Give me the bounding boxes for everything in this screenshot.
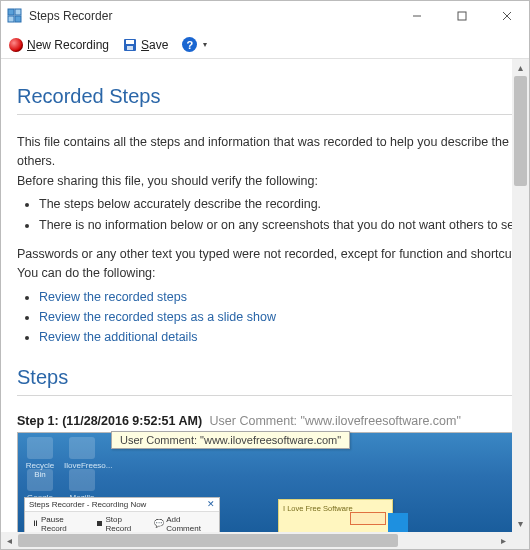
app-icon xyxy=(7,8,23,24)
content-viewport: Recorded Steps This file contains all th… xyxy=(1,59,529,532)
window-title: Steps Recorder xyxy=(29,9,394,23)
intro-line4: You can do the following: xyxy=(17,264,529,283)
svg-rect-1 xyxy=(15,9,21,15)
vertical-scrollbar[interactable]: ▴ ▾ xyxy=(512,59,529,532)
blue-tile xyxy=(388,513,408,532)
link-review-details[interactable]: Review the additional details xyxy=(39,330,197,344)
save-label: Save xyxy=(141,38,168,52)
svg-rect-5 xyxy=(458,12,466,20)
stop-record-button: ⏹ Stop Record xyxy=(96,515,147,532)
svg-rect-3 xyxy=(15,16,21,22)
intro-line1: This file contains all the steps and inf… xyxy=(17,133,529,172)
intro-line2: Before sharing this file, you should ver… xyxy=(17,172,529,191)
scroll-thumb[interactable] xyxy=(18,534,398,547)
intro-bullets: The steps below accurately describe the … xyxy=(39,195,529,235)
intro-bullet: The steps below accurately describe the … xyxy=(39,195,529,214)
scroll-right-arrow[interactable]: ▸ xyxy=(495,532,512,549)
list-item: Review the recorded steps as a slide sho… xyxy=(39,308,529,327)
divider xyxy=(17,114,529,115)
scroll-left-arrow[interactable]: ◂ xyxy=(1,532,18,549)
scroll-thumb[interactable] xyxy=(514,76,527,186)
step1-timestamp: (11/28/2016 9:52:51 AM) xyxy=(62,414,202,428)
intro-bullet: There is no information below or on any … xyxy=(39,216,529,235)
intro-links: Review the recorded steps Review the rec… xyxy=(39,288,529,348)
help-icon: ? xyxy=(182,37,197,52)
divider xyxy=(17,395,529,396)
scroll-corner xyxy=(512,532,529,549)
tooltip-user-comment: User Comment: "www.ilovefreesoftware.com… xyxy=(111,431,350,449)
scroll-down-arrow[interactable]: ▾ xyxy=(512,515,529,532)
minimize-button[interactable] xyxy=(394,1,439,31)
list-item: Review the recorded steps xyxy=(39,288,529,307)
svg-rect-10 xyxy=(127,46,133,50)
step1-usercomment-label: User Comment: xyxy=(210,414,298,428)
heading-steps: Steps xyxy=(17,366,529,389)
close-icon: ✕ xyxy=(207,499,215,509)
selection-highlight xyxy=(350,512,386,525)
save-icon xyxy=(123,38,137,52)
help-button[interactable]: ? ▾ xyxy=(182,37,207,52)
svg-rect-0 xyxy=(8,9,14,15)
add-comment-button: 💬 Add Comment xyxy=(154,515,213,532)
desktop-icon: IloveFreeso... xyxy=(64,437,100,470)
new-recording-button[interactable]: New Recording xyxy=(9,38,109,52)
step1-label: Step 1: xyxy=(17,414,59,428)
maximize-button[interactable] xyxy=(439,1,484,31)
new-recording-label: New Recording xyxy=(27,38,109,52)
pause-record-button: ⏸ Pause Record xyxy=(31,515,88,532)
list-item: Review the additional details xyxy=(39,328,529,347)
document-body: Recorded Steps This file contains all th… xyxy=(1,59,529,532)
scroll-track[interactable] xyxy=(18,532,495,549)
scroll-up-arrow[interactable]: ▴ xyxy=(512,59,529,76)
close-button[interactable] xyxy=(484,1,529,31)
svg-rect-2 xyxy=(8,16,14,22)
recorder-window-title: Steps Recorder - Recording Now xyxy=(29,500,146,509)
window-controls xyxy=(394,1,529,31)
titlebar: Steps Recorder xyxy=(1,1,529,31)
svg-rect-9 xyxy=(126,40,134,44)
link-review-steps[interactable]: Review the recorded steps xyxy=(39,290,187,304)
step1-usercomment-value: "www.ilovefreesoftware.com" xyxy=(301,414,461,428)
toolbar: New Recording Save ? ▾ xyxy=(1,31,529,59)
record-icon xyxy=(9,38,23,52)
intro-line3: Passwords or any other text you typed we… xyxy=(17,245,529,264)
step1-header: Step 1: (11/28/2016 9:52:51 AM) User Com… xyxy=(17,414,529,428)
save-button[interactable]: Save xyxy=(123,38,168,52)
heading-recorded-steps: Recorded Steps xyxy=(17,85,529,108)
recorder-window: Steps Recorder - Recording Now✕ ⏸ Pause … xyxy=(24,497,220,532)
sticky-note: I Love Free Software www.ilovefreesoftwa… xyxy=(278,499,393,532)
chevron-down-icon: ▾ xyxy=(203,40,207,49)
horizontal-scrollbar[interactable]: ◂ ▸ xyxy=(1,532,529,549)
link-review-slideshow[interactable]: Review the recorded steps as a slide sho… xyxy=(39,310,276,324)
